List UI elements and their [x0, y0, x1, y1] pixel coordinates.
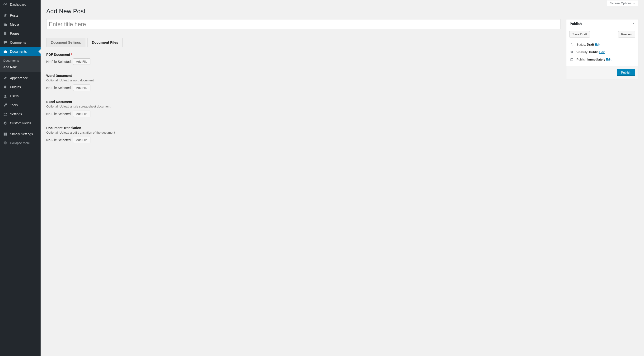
field-pdf-document: PDF Document * No File Selected. Add Fil… — [46, 53, 560, 65]
page-title: Add New Post — [46, 8, 638, 15]
schedule-label: Publish — [576, 58, 586, 61]
sidebar-item-label: Custom Fields — [10, 121, 31, 125]
field-label: Excel Document — [46, 100, 560, 104]
add-file-button[interactable]: Add File — [73, 58, 91, 65]
svg-point-0 — [4, 95, 6, 96]
chevron-down-icon — [633, 2, 635, 4]
publish-metabox-toggle[interactable]: Publish — [566, 20, 638, 28]
publish-metabox: Publish Save Draft Preview — [566, 19, 638, 79]
field-description: Optional: Upload an xls spreadsheet docu… — [46, 105, 560, 108]
file-state: No File Selected. — [46, 86, 72, 90]
field-excel-document: Excel Document Optional: Upload an xls s… — [46, 100, 560, 117]
sidebar-item-label: Documents — [10, 50, 27, 54]
screen-options-label: Screen Options — [610, 2, 632, 5]
gear-icon — [3, 121, 8, 126]
file-state: No File Selected. — [46, 138, 72, 142]
sidebar-sub-documents-all[interactable]: Documents — [0, 58, 40, 64]
collapse-label: Collapse menu — [10, 141, 30, 145]
field-label: PDF Document — [46, 53, 70, 56]
svg-rect-4 — [572, 45, 572, 46]
sidebar-item-label: Media — [10, 22, 19, 26]
sidebar-item-custom-fields[interactable]: Custom Fields — [0, 119, 40, 128]
admin-sidebar: Dashboard Posts Media Pages Comments Doc… — [0, 0, 40, 356]
status-label: Status: — [576, 43, 586, 46]
sidebar-item-label: Comments — [10, 40, 26, 44]
sidebar-item-comments[interactable]: Comments — [0, 38, 40, 47]
comment-icon — [3, 40, 8, 45]
file-state: No File Selected. — [46, 60, 72, 64]
sidebar-item-appearance[interactable]: Appearance — [0, 74, 40, 82]
sidebar-sub-documents-add[interactable]: Add New — [0, 64, 40, 70]
post-title-input[interactable] — [46, 19, 560, 29]
field-word-document: Word Document Optional: Upload a word do… — [46, 74, 560, 91]
svg-rect-5 — [571, 58, 573, 60]
sidebar-item-settings[interactable]: Settings — [0, 110, 40, 119]
sidebar-item-users[interactable]: Users — [0, 92, 40, 101]
field-label: Document Translation — [46, 126, 560, 130]
sidebar-sub-documents: Documents Add New — [0, 56, 40, 72]
sidebar-item-pages[interactable]: Pages — [0, 29, 40, 38]
sidebar-item-label: Tools — [10, 103, 18, 107]
collapse-menu-button[interactable]: Collapse menu — [0, 138, 40, 147]
pin-icon — [3, 13, 8, 18]
publish-schedule-row: Publish immediately Edit — [569, 56, 635, 63]
sidebar-item-posts[interactable]: Posts — [0, 11, 40, 20]
field-label: Word Document — [46, 74, 560, 78]
edit-schedule-link[interactable]: Edit — [606, 58, 611, 61]
sidebar-item-label: Users — [10, 94, 19, 98]
tab-document-files[interactable]: Document Files — [87, 38, 123, 47]
document-tabs: Document Settings Document Files — [46, 38, 560, 47]
calendar-icon — [570, 58, 574, 61]
sidebar-item-documents[interactable]: Documents — [0, 47, 40, 56]
page-icon — [3, 31, 8, 36]
briefcase-icon — [3, 49, 8, 54]
sidebar-item-tools[interactable]: Tools — [0, 101, 40, 110]
visibility-label: Visibility: — [576, 50, 588, 54]
sliders-icon — [3, 112, 8, 116]
field-document-translation: Document Translation Optional: Upload a … — [46, 126, 560, 143]
brush-icon — [3, 76, 8, 80]
add-file-button[interactable]: Add File — [73, 110, 91, 117]
plug-icon — [3, 85, 8, 90]
sidebar-item-label: Pages — [10, 32, 20, 35]
user-icon — [3, 94, 8, 98]
sidebar-item-media[interactable]: Media — [0, 20, 40, 29]
preview-button[interactable]: Preview — [618, 31, 635, 38]
required-asterisk: * — [71, 53, 72, 56]
media-icon — [3, 22, 8, 27]
sidebar-item-label: Posts — [10, 14, 18, 17]
sidebar-item-label: Plugins — [10, 85, 21, 89]
collapse-icon — [3, 140, 8, 145]
tab-document-settings[interactable]: Document Settings — [46, 38, 86, 47]
edit-status-link[interactable]: Edit — [595, 43, 600, 46]
schedule-value: immediately — [587, 58, 605, 61]
sidebar-item-label: Simply Settings — [10, 132, 33, 136]
key-icon — [570, 43, 574, 46]
layout-icon — [3, 132, 8, 136]
visibility-value: Public — [589, 50, 598, 54]
edit-visibility-link[interactable]: Edit — [600, 50, 604, 54]
save-draft-button[interactable]: Save Draft — [569, 31, 590, 38]
publish-visibility-row: Visibility: Public Edit — [569, 48, 635, 56]
screen-options-toggle[interactable]: Screen Options — [607, 0, 638, 6]
sidebar-item-label: Dashboard — [10, 2, 26, 6]
status-value: Draft — [587, 43, 594, 46]
eye-icon — [570, 50, 574, 54]
sidebar-item-label: Settings — [10, 112, 22, 116]
main-content: Screen Options Add New Post Document Set… — [40, 0, 644, 356]
field-description: Optional: Upload a pdf translation of th… — [46, 131, 560, 134]
field-description: Optional: Upload a word document — [46, 78, 560, 82]
publish-button[interactable]: Publish — [617, 69, 635, 76]
wrench-icon — [3, 103, 8, 108]
sidebar-item-dashboard[interactable]: Dashboard — [0, 0, 40, 9]
add-file-button[interactable]: Add File — [73, 137, 91, 143]
add-file-button[interactable]: Add File — [73, 84, 91, 91]
gauge-icon — [3, 2, 8, 7]
publish-status-row: Status: Draft Edit — [569, 41, 635, 48]
publish-box-title: Publish — [570, 22, 582, 26]
sidebar-item-label: Appearance — [10, 76, 28, 80]
sidebar-item-plugins[interactable]: Plugins — [0, 82, 40, 92]
sidebar-item-simply-settings[interactable]: Simply Settings — [0, 130, 40, 138]
chevron-up-icon — [632, 22, 635, 25]
file-state: No File Selected. — [46, 112, 72, 116]
